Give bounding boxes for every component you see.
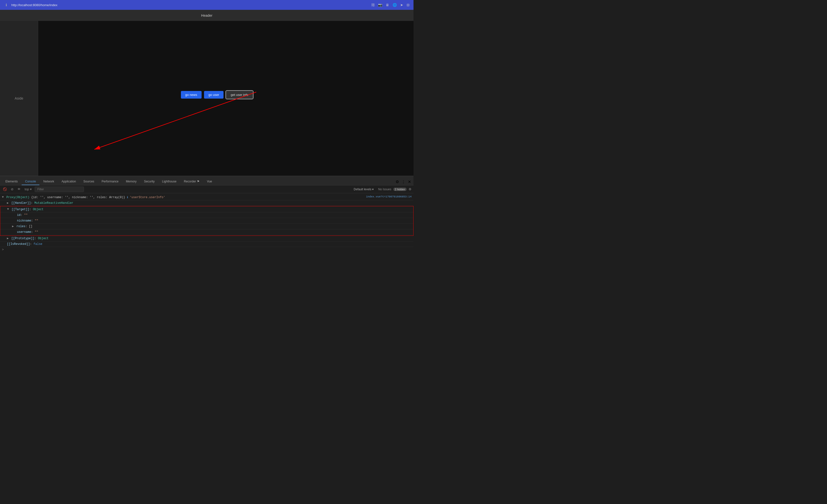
console-id-line: id: "" [0,212,413,218]
console-isrevoked-line: [[IsRevoked]]: false [0,241,414,247]
info-icon: ℹ [4,3,8,7]
console-source-link[interactable]: index.vue?t=1700791606853:14 [366,195,411,198]
devtools-close-icon[interactable]: ✕ [408,179,411,184]
page-body: Aside go news go user get user info [0,21,414,176]
console-roles-line: roles: [] [0,224,413,229]
sidebar-icon[interactable]: ⊟ [406,3,409,7]
go-news-button[interactable]: go news [181,91,202,99]
devtools-panel: Elements Console Network Application Sou… [0,176,414,252]
isrevoked-text: [[IsRevoked]]: false [7,242,411,246]
expand-target-icon[interactable] [7,208,10,211]
console-proxy-line: Proxy(Object) {id: '', username: '', nic… [0,195,414,201]
link-icon[interactable]: ⛓ [371,3,375,7]
console-output: Proxy(Object) {id: '', username: '', nic… [0,193,414,252]
go-user-button[interactable]: go user [204,91,224,99]
filter-icon[interactable]: ⊘ [10,187,14,191]
filter-input[interactable] [35,186,84,192]
browser-bar: ℹ http://localhost:8080/home/index ⛓ 📷 🖥… [0,0,414,10]
tab-recorder[interactable]: Recorder ⚑ [181,178,203,185]
nickname-text: nickname: "" [17,219,411,223]
page-header: Header [0,10,414,21]
id-text: id: "" [17,213,411,217]
monitor-icon[interactable]: 🖥 [386,3,389,7]
console-prototype-line: [[Prototype]]: Object [0,236,414,241]
tab-vue[interactable]: Vue [203,178,215,185]
tab-sources[interactable]: Sources [80,178,98,185]
issues-count[interactable]: No Issues [378,187,391,191]
tab-console[interactable]: Console [22,178,39,185]
tab-lighthouse[interactable]: Lighthouse [158,178,180,185]
console-target-line: [[Target]]: Object [0,207,413,212]
tab-memory[interactable]: Memory [123,178,140,185]
clear-console-icon[interactable]: 🚫 [2,187,8,191]
main-content: go news go user get user info [38,21,414,176]
expand-proxy-icon[interactable] [2,195,5,199]
tab-security[interactable]: Security [141,178,158,185]
expand-prototype-icon[interactable] [7,236,10,240]
username-text: username: "" [17,230,411,234]
get-user-info-button[interactable]: get user info [226,91,253,99]
browser-toolbar-icons: ⛓ 📷 🖥 🌐 ➤ ⊟ [371,3,409,7]
console-nickname-line: nickname: "" [0,218,413,224]
proxy-object-text: Proxy(Object) {id: '', username: '', nic… [6,195,364,200]
url-bar[interactable]: http://localhost:8080/home/index [11,3,368,7]
devtools-tab-actions: ⚙ ⋮ ✕ [395,179,414,185]
expand-roles-icon[interactable] [12,224,15,228]
sidebar-label: Aside [14,96,23,100]
context-dropdown[interactable]: top ▾ [23,187,33,191]
prototype-text: [[Prototype]]: Object [11,236,411,241]
console-username-line: username: "" [0,229,413,235]
page-buttons: go news go user get user info [181,91,253,99]
tab-elements[interactable]: Elements [2,178,21,185]
console-caret[interactable]: > [0,247,414,252]
log-levels-dropdown[interactable]: Default levels ▾ [354,187,374,191]
target-text: [[Target]]: Object [11,207,411,212]
target-box: [[Target]]: Object id: "" nickname: "" r… [0,206,414,236]
hidden-count[interactable]: 2 hidden [393,187,406,191]
expand-handler-icon[interactable] [7,201,10,205]
console-settings-icon[interactable]: ⚙ [408,187,411,191]
devtools-more-icon[interactable]: ⋮ [401,179,405,184]
svg-line-1 [94,92,256,149]
devtools-settings-icon[interactable]: ⚙ [395,179,399,184]
console-handler-line: [[Handler]]: MutableReactiveHandler [0,201,414,206]
devtools-tab-bar: Elements Console Network Application Sou… [0,176,414,185]
eye-icon[interactable]: 👁 [16,187,22,191]
page-sidebar: Aside [0,21,38,176]
camera-icon[interactable]: 📷 [378,3,382,7]
tab-performance[interactable]: Performance [98,178,122,185]
send-icon[interactable]: ➤ [400,3,403,7]
tab-network[interactable]: Network [40,178,58,185]
page-viewport: Header Aside go news go user get user in… [0,10,414,176]
header-text: Header [201,13,212,17]
console-toolbar: 🚫 ⊘ 👁 top ▾ Default levels ▾ No Issues 2… [0,185,414,193]
roles-text: roles: [] [16,224,411,229]
handler-text: [[Handler]]: MutableReactiveHandler [11,201,411,205]
tab-application[interactable]: Application [58,178,80,185]
globe-icon[interactable]: 🌐 [393,3,397,7]
